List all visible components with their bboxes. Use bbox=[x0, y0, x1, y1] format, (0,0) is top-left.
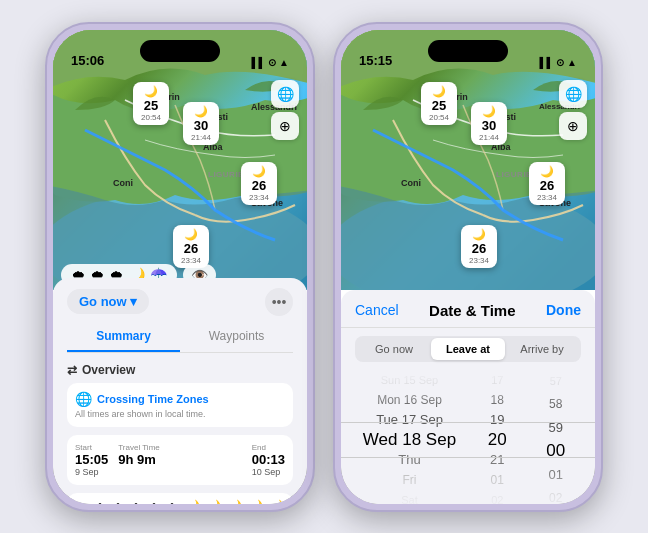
stat-start: Start 15:05 9 Sep bbox=[75, 443, 108, 477]
dep-tab-go-now[interactable]: Go now bbox=[357, 338, 431, 360]
hour-picker-col[interactable]: 17 18 19 20 21 01 02 bbox=[468, 370, 527, 504]
picker-hour-21: 21 bbox=[468, 450, 527, 470]
globe-icon-2[interactable]: 🌐 bbox=[559, 80, 587, 108]
tab-waypoints[interactable]: Waypoints bbox=[180, 322, 293, 352]
content-area-1: ⇄ Overview 🌐 Crossing Time Zones All tim… bbox=[53, 353, 307, 504]
start-date: 9 Sep bbox=[75, 467, 108, 477]
weather-pin-1: 🌙 25 20:54 bbox=[133, 82, 169, 125]
weather-pin-2-2: 🌙 30 21:44 bbox=[471, 102, 507, 145]
city-coni: Coni bbox=[113, 178, 133, 188]
tab-summary[interactable]: Summary bbox=[67, 322, 180, 352]
weather-pin-4: 🌙 26 23:34 bbox=[173, 225, 209, 268]
picker-min-57: 57 bbox=[527, 370, 586, 393]
picker-hour-17: 17 bbox=[468, 370, 527, 390]
more-button[interactable]: ••• bbox=[265, 288, 293, 316]
time-2: 15:15 bbox=[359, 53, 392, 68]
travel-time: 9h 9m bbox=[118, 452, 242, 467]
time-1: 15:06 bbox=[71, 53, 104, 68]
crossing-title: Crossing Time Zones bbox=[97, 393, 209, 405]
tab-bar-1: Summary Waypoints bbox=[67, 322, 293, 353]
weather-strip-card: 🌧 🌧 🌧 🌧 🌧 🌧 🌙 🌙 🌙 🌙 🌙 🌙 bbox=[67, 493, 293, 504]
status-icons-2: ▌▌ ⊙ ▲ bbox=[539, 57, 577, 68]
end-label: End bbox=[252, 443, 285, 452]
dynamic-island-1 bbox=[140, 40, 220, 62]
weather-pin-3: 🌙 26 23:34 bbox=[241, 162, 277, 205]
departure-tabs: Go now Leave at Arrive by bbox=[355, 336, 581, 362]
end-date: 10 Sep bbox=[252, 467, 285, 477]
region-ligurie-2: LIGURIE bbox=[496, 170, 532, 179]
day-picker-col[interactable]: Sun 15 Sep Mon 16 Sep Tue 17 Sep Wed 18 … bbox=[351, 370, 468, 504]
picker-day-sat: Sat bbox=[351, 490, 468, 504]
picker-day-thu: Thu bbox=[351, 450, 468, 470]
weather-pin-2-1: 🌙 25 20:54 bbox=[421, 82, 457, 125]
phone-2: 15:15 ▌▌ ⊙ ▲ bbox=[333, 22, 603, 512]
sheet-title: Date & Time bbox=[429, 302, 515, 319]
weather-pin-2: 🌙 30 21:44 bbox=[183, 102, 219, 145]
status-icons-1: ▌▌ ⊙ ▲ bbox=[251, 57, 289, 68]
sheet-header: Cancel Date & Time Done bbox=[341, 290, 595, 328]
map-controls-2: 🌐 ⊕ bbox=[559, 80, 587, 140]
picker-day-tue: Tue 17 Sep bbox=[351, 410, 468, 430]
dep-tab-leave-at[interactable]: Leave at bbox=[431, 338, 505, 360]
datetime-sheet: Cancel Date & Time Done Go now Leave at … bbox=[341, 290, 595, 504]
done-button[interactable]: Done bbox=[546, 302, 581, 318]
dep-tab-arrive-by[interactable]: Arrive by bbox=[505, 338, 579, 360]
picker-hour-18: 18 bbox=[468, 390, 527, 410]
location-icon[interactable]: ⊕ bbox=[271, 112, 299, 140]
picker-hour-19: 19 bbox=[468, 410, 527, 430]
picker-min-59: 59 bbox=[527, 416, 586, 439]
globe-icon[interactable]: 🌐 bbox=[271, 80, 299, 108]
stat-travel: Travel Time 9h 9m bbox=[118, 443, 242, 477]
crossing-sub: All times are shown in local time. bbox=[75, 409, 285, 419]
start-label: Start bbox=[75, 443, 108, 452]
travel-label: Travel Time bbox=[118, 443, 242, 452]
location-icon-2[interactable]: ⊕ bbox=[559, 112, 587, 140]
city-coni-2: Coni bbox=[401, 178, 421, 188]
picker-area[interactable]: Sun 15 Sep Mon 16 Sep Tue 17 Sep Wed 18 … bbox=[351, 370, 585, 504]
picker-day-wed: Wed 18 Sep bbox=[351, 430, 468, 450]
picker-day-sun: Sun 15 Sep bbox=[351, 370, 468, 390]
crossing-zones-card: 🌐 Crossing Time Zones All times are show… bbox=[67, 383, 293, 427]
picker-min-01: 01 bbox=[527, 463, 586, 486]
picker-hour-20: 20 bbox=[468, 430, 527, 450]
overview-section: ⇄ Overview bbox=[67, 363, 293, 377]
cancel-button[interactable]: Cancel bbox=[355, 302, 399, 318]
picker-hour-01: 01 bbox=[468, 470, 527, 490]
stat-end: End 00:13 10 Sep bbox=[252, 443, 285, 477]
picker-min-58: 58 bbox=[527, 393, 586, 416]
picker-container: Sun 15 Sep Mon 16 Sep Tue 17 Sep Wed 18 … bbox=[341, 370, 595, 504]
trip-stats-card: Start 15:05 9 Sep Travel Time 9h 9m End … bbox=[67, 435, 293, 485]
phone-1: 15:06 ▌▌ ⊙ ▲ bbox=[45, 22, 315, 512]
go-now-button[interactable]: Go now ▾ bbox=[67, 289, 149, 314]
dynamic-island-2 bbox=[428, 40, 508, 62]
picker-day-mon: Mon 16 Sep bbox=[351, 390, 468, 410]
go-now-bar: Go now ▾ ••• bbox=[53, 278, 307, 322]
picker-min-02: 02 bbox=[527, 486, 586, 503]
picker-day-fri: Fri bbox=[351, 470, 468, 490]
end-time: 00:13 bbox=[252, 452, 285, 467]
picker-min-00: 00 bbox=[527, 439, 586, 462]
minute-picker-col[interactable]: 57 58 59 00 01 02 bbox=[527, 370, 586, 504]
start-time: 15:05 bbox=[75, 452, 108, 467]
map-controls-1: 🌐 ⊕ bbox=[271, 80, 299, 140]
region-ligurie: LIGURIE bbox=[208, 170, 244, 179]
weather-pin-2-3: 🌙 26 23:34 bbox=[529, 162, 565, 205]
picker-hour-02: 02 bbox=[468, 490, 527, 504]
weather-pin-2-4: 🌙 26 23:34 bbox=[461, 225, 497, 268]
bottom-panel-1: Go now ▾ ••• Summary Waypoints bbox=[53, 278, 307, 504]
